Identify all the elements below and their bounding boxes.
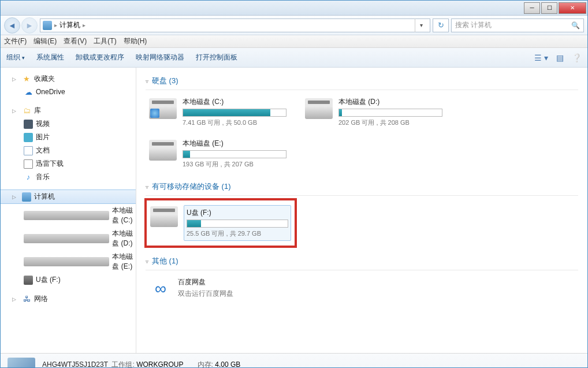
drive-icon — [24, 211, 109, 220]
tree-label: 库 — [34, 106, 41, 116]
picture-icon — [24, 133, 33, 142]
collapse-icon: ▿ — [146, 78, 148, 84]
tree-drive-f[interactable]: U盘 (F:) — [1, 273, 136, 287]
group-title: 有可移动存储的设备 (1) — [152, 181, 231, 192]
computer-icon — [22, 192, 31, 202]
tree-label: OneDrive — [36, 88, 65, 96]
details-text: AHG4WTJ5SJ1D23T 工作组: WORKGROUP 内存: 4.00 … — [42, 360, 240, 369]
tree-computer[interactable]: ▷计算机 — [1, 189, 136, 204]
workgroup-label: 工作组: — [111, 360, 134, 369]
group-other-header[interactable]: ▿其他 (1) — [146, 252, 578, 270]
title-bar: ─ ☐ ✕ — [1, 1, 587, 16]
drive-name: U盘 (F:) — [187, 208, 288, 218]
tree-drive-e[interactable]: 本地磁盘 (E:) — [1, 250, 136, 273]
usb-icon — [24, 276, 33, 285]
tree-label: 音乐 — [36, 172, 50, 182]
help-icon[interactable]: ❔ — [572, 53, 582, 62]
tree-label: 收藏夹 — [34, 74, 55, 84]
address-dropdown-button[interactable]: ▾ — [415, 18, 427, 32]
tree-label: 迅雷下载 — [36, 159, 64, 169]
tree-onedrive[interactable]: ☁OneDrive — [1, 86, 136, 98]
workgroup-value: WORKGROUP — [136, 360, 183, 369]
refresh-button[interactable]: ↻ — [433, 18, 449, 32]
music-icon: ♪ — [24, 173, 33, 182]
tree-label: 视频 — [36, 119, 50, 129]
star-icon: ★ — [22, 75, 31, 84]
tree-videos[interactable]: 视频 — [1, 117, 136, 131]
drive-name: 本地磁盘 (C:) — [183, 97, 286, 107]
drive-icon — [149, 98, 177, 119]
drive-name: 本地磁盘 (D:) — [338, 97, 442, 107]
menu-tools[interactable]: 工具(T) — [94, 36, 116, 46]
tree-label: 本地磁盘 (D:) — [112, 229, 136, 248]
drive-info: 25.5 GB 可用 , 共 29.7 GB — [187, 229, 288, 238]
drive-capacity-bar — [183, 150, 286, 158]
maximize-button[interactable]: ☐ — [541, 2, 557, 14]
collapse-icon: ▿ — [146, 184, 148, 190]
drive-c[interactable]: 本地磁盘 (C:) 7.41 GB 可用 , 共 50.0 GB — [146, 94, 290, 131]
menu-bar: 文件(F) 编辑(E) 查看(V) 工具(T) 帮助(H) — [1, 35, 587, 48]
map-network-drive-button[interactable]: 映射网络驱动器 — [136, 53, 184, 62]
memory-label: 内存: — [198, 360, 213, 369]
tree-network[interactable]: ▷🖧网络 — [1, 292, 136, 306]
tree-drive-c[interactable]: 本地磁盘 (C:) — [1, 204, 136, 227]
memory-value: 4.00 GB — [215, 360, 240, 369]
preview-pane-button[interactable]: ▤ — [556, 53, 564, 62]
video-icon — [24, 120, 33, 129]
tree-label: 本地磁盘 (E:) — [112, 252, 136, 272]
breadcrumb-sep-icon: ▸ — [83, 22, 85, 28]
address-bar[interactable]: ▸ 计算机 ▸ ▾ — [40, 18, 430, 32]
uninstall-programs-button[interactable]: 卸载或更改程序 — [76, 53, 124, 62]
menu-edit[interactable]: 编辑(E) — [34, 36, 57, 46]
tree-documents[interactable]: 文档 — [1, 144, 136, 157]
tree-label: 文档 — [36, 146, 50, 155]
window-buttons: ─ ☐ ✕ — [524, 2, 587, 14]
drive-f-highlighted[interactable]: U盘 (F:) 25.5 GB 可用 , 共 29.7 GB — [146, 199, 296, 247]
tree-pictures[interactable]: 图片 — [1, 131, 136, 144]
drive-icon — [24, 257, 109, 266]
tree-label: 网络 — [34, 294, 48, 304]
menu-file[interactable]: 文件(F) — [4, 36, 27, 46]
organize-button[interactable]: 组织 — [6, 53, 25, 62]
drive-icon — [24, 234, 109, 243]
tree-drive-d[interactable]: 本地磁盘 (D:) — [1, 227, 136, 250]
tree-label: 计算机 — [34, 192, 55, 202]
back-button[interactable]: ◄ — [4, 17, 20, 34]
computer-name: AHG4WTJ5SJ1D23T — [42, 360, 108, 369]
drive-capacity-bar — [338, 109, 442, 117]
menu-help[interactable]: 帮助(H) — [124, 36, 147, 46]
tree-label: 本地磁盘 (C:) — [112, 206, 136, 225]
cloud-icon: ☁ — [24, 87, 33, 96]
search-placeholder: 搜索 计算机 — [455, 20, 492, 30]
item-name: 百度网盘 — [178, 277, 286, 287]
download-icon — [24, 159, 33, 169]
drive-info: 193 GB 可用 , 共 207 GB — [183, 160, 286, 169]
group-hdd-header[interactable]: ▿硬盘 (3) — [146, 72, 578, 90]
computer-large-icon — [8, 358, 35, 369]
system-properties-button[interactable]: 系统属性 — [36, 53, 64, 62]
navigation-pane: ▷★收藏夹 ☁OneDrive ▷🗂库 视频 图片 文档 迅雷下载 ♪音乐 ▷计… — [1, 68, 136, 353]
document-icon — [24, 146, 33, 155]
menu-view[interactable]: 查看(V) — [64, 36, 87, 46]
drive-e[interactable]: 本地磁盘 (E:) 193 GB 可用 , 共 207 GB — [146, 135, 290, 172]
tree-libraries[interactable]: ▷🗂库 — [1, 104, 136, 117]
minimize-button[interactable]: ─ — [524, 2, 540, 14]
item-baidu-netdisk[interactable]: ∞ 百度网盘 双击运行百度网盘 — [146, 274, 290, 304]
drive-capacity-bar — [183, 109, 286, 117]
forward-button[interactable]: ► — [21, 17, 38, 34]
tree-downloads[interactable]: 迅雷下载 — [1, 157, 136, 170]
tree-music[interactable]: ♪音乐 — [1, 170, 136, 184]
drive-d[interactable]: 本地磁盘 (D:) 202 GB 可用 , 共 208 GB — [302, 94, 446, 131]
group-title: 其他 (1) — [152, 256, 178, 266]
open-control-panel-button[interactable]: 打开控制面板 — [196, 53, 237, 62]
group-removable-header[interactable]: ▿有可移动存储的设备 (1) — [146, 178, 578, 196]
details-pane: AHG4WTJ5SJ1D23T 工作组: WORKGROUP 内存: 4.00 … — [1, 353, 587, 368]
view-mode-button[interactable]: ☰ ▾ — [534, 53, 548, 62]
drive-icon — [305, 98, 333, 119]
drive-capacity-bar — [187, 220, 288, 228]
tree-favorites[interactable]: ▷★收藏夹 — [1, 72, 136, 86]
collapse-icon: ▿ — [146, 258, 148, 265]
close-button[interactable]: ✕ — [559, 2, 586, 14]
search-input[interactable]: 搜索 计算机 🔍 — [451, 18, 584, 32]
breadcrumb-path[interactable]: 计算机 — [59, 20, 80, 30]
